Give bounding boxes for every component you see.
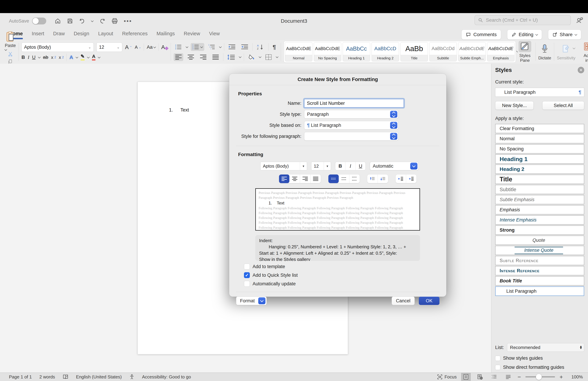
dialog-color-popup[interactable]: Automatic [370,162,419,170]
bold-button[interactable]: B [21,55,25,60]
accessibility-status[interactable]: Accessibility: Good to go [142,374,191,380]
tab-mailings[interactable]: Mailings [156,31,175,38]
dialog-align-left-button[interactable] [279,175,290,183]
superscript-button[interactable]: x2 [59,55,64,60]
dictate-button[interactable]: Dictate [538,43,551,60]
shading-chevron-icon[interactable] [259,55,261,58]
bullets-button[interactable] [174,43,183,51]
numbering-button[interactable]: 123 [191,43,204,51]
more-commands-icon[interactable]: ••• [124,18,132,24]
proofing-icon[interactable] [63,374,68,380]
save-icon[interactable] [67,18,73,24]
language-indicator[interactable]: English (United States) [76,374,122,380]
share-button[interactable]: Share [548,30,581,40]
new-style-button[interactable]: New Style... [495,101,534,110]
paste-button[interactable]: Paste [5,31,16,48]
following-paragraph-popup[interactable] [304,132,398,141]
based-on-popup[interactable]: ¶ List Paragraph [304,121,398,130]
tab-design[interactable]: Design [74,31,89,38]
highlight-chevron-icon[interactable] [87,56,90,58]
style-name-input[interactable] [304,99,404,108]
line-spacing-chevron-icon[interactable] [239,55,242,58]
borders-chevron-icon[interactable] [276,55,278,58]
tab-layout[interactable]: Layout [98,31,113,38]
dialog-increase-indent-button[interactable] [406,175,416,183]
borders-button[interactable] [264,53,273,61]
contacts-icon[interactable] [576,17,583,24]
style-item-quote[interactable]: Quote [495,236,584,245]
dialog-align-right-button[interactable] [300,175,311,183]
style-item-intense-emphasis[interactable]: Intense Emphasis [495,215,584,224]
dialog-decrease-indent-button[interactable] [396,175,406,183]
dialog-size-combo[interactable]: 12 ▾ [311,162,331,170]
zoom-slider-thumb[interactable] [536,374,542,380]
strikethrough-button[interactable]: ab [43,55,48,60]
redo-icon[interactable] [99,18,105,24]
cancel-button[interactable]: Cancel [392,296,415,305]
sensitivity-button[interactable]: Sensitivity [557,43,575,60]
style-item-subtle-reference[interactable]: Subtle Reference [495,256,584,265]
automatically-update-option[interactable]: Automatically update [244,281,446,287]
style-item-normal[interactable]: Normal [495,134,584,143]
dialog-align-center-button[interactable] [290,175,300,183]
subscript-button[interactable]: x2 [51,55,56,60]
add-to-quick-style-checkbox[interactable]: ✓ [244,272,250,278]
single-spacing-button[interactable] [328,175,339,183]
dialog-bold-button[interactable]: B [335,162,345,170]
multilevel-list-button[interactable]: 1ai [207,43,217,51]
style-item-subtle-emphasis[interactable]: Subtle Emphasis [495,195,584,204]
draft-view-button[interactable] [504,373,513,381]
add-to-template-checkbox[interactable] [244,264,250,269]
word-count[interactable]: 2 words [39,374,55,380]
current-style-box[interactable]: List Paragraph ¶ [495,88,584,97]
zoom-out-button[interactable]: − [518,374,521,380]
justify-button[interactable] [211,53,220,61]
align-left-button[interactable] [174,53,183,61]
style-item-heading2[interactable]: Heading 2 [495,164,584,174]
accessibility-icon[interactable] [129,374,134,380]
editing-mode-button[interactable]: Editing [507,30,542,40]
style-item-intense-reference[interactable]: Intense Reference [495,266,584,275]
styles-guides-checkbox[interactable] [495,356,500,361]
text-effects-button[interactable]: A [69,54,73,60]
style-item-list-paragraph[interactable]: List Paragraph [495,286,584,296]
align-center-button[interactable] [186,53,196,61]
sort-button[interactable]: AZ [255,43,266,51]
dialog-justify-button[interactable] [311,175,321,183]
style-item-clear-formatting[interactable]: Clear Formatting [495,124,584,133]
automatically-update-checkbox[interactable] [244,281,250,287]
gallery-style-emphasis[interactable]: AaBbCcDdEEmphasis [487,42,515,61]
show-paragraph-marks-button[interactable]: ¶ [271,43,277,51]
add-ins-button[interactable]: Add-ins [582,41,588,63]
ok-button[interactable]: OK [419,297,440,305]
gallery-style-title[interactable]: AaBbTitle [400,42,428,61]
format-menu-button[interactable]: Format [236,296,267,305]
print-icon[interactable] [111,18,118,24]
paste-chevron-icon[interactable] [4,48,7,51]
home-icon[interactable] [55,18,61,24]
bullets-chevron-icon[interactable] [186,45,189,48]
add-to-template-option[interactable]: Add to template [244,264,446,269]
styles-pane-button[interactable]: Styles Pane [517,41,533,63]
font-color-chevron-icon[interactable] [98,56,101,58]
dialog-font-combo[interactable]: Aptos (Body) ▾ [260,162,307,170]
shrink-font-button[interactable]: A⌄ [135,45,141,50]
web-layout-view-button[interactable] [475,373,485,381]
list-filter-dropdown[interactable]: Recommended ▲▼ [507,343,584,352]
dialog-italic-button[interactable]: I [345,162,356,170]
gallery-style-normal[interactable]: AaBbCcDdENormal [285,42,312,61]
style-item-heading1[interactable]: Heading 1 [495,154,584,164]
style-item-intense-quote[interactable]: Intense Quote [495,246,584,255]
text-effects-chevron-icon[interactable] [76,56,78,58]
highlight-button[interactable]: ✎ [81,54,84,61]
zoom-slider[interactable] [525,376,555,377]
tab-view[interactable]: View [209,31,220,38]
style-item-title[interactable]: Title [495,175,584,184]
focus-button[interactable]: Focus [437,374,457,380]
font-size-combo[interactable]: 12⌄ [96,43,122,52]
comments-button[interactable]: Comments [462,30,501,40]
style-item-subtitle[interactable]: Subtitle [495,185,584,194]
font-color-button[interactable]: A [92,54,95,61]
gallery-style-subtitle[interactable]: AaBbCcDdSubtitle [429,42,457,61]
autosave-toggle[interactable] [32,18,46,24]
